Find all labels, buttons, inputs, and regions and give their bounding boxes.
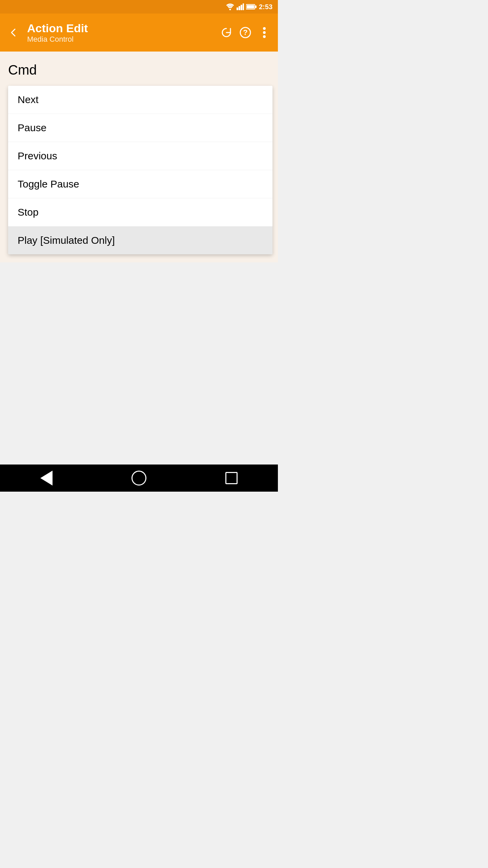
status-bar: 2:53 <box>0 0 278 14</box>
signal-icon <box>237 3 244 10</box>
svg-rect-3 <box>241 5 242 10</box>
dropdown-menu: Next Pause Previous Toggle Pause Stop Pl… <box>8 86 272 254</box>
svg-rect-6 <box>247 5 254 8</box>
dropdown-item-pause[interactable]: Pause <box>8 114 272 142</box>
battery-icon <box>246 4 257 10</box>
app-bar: Action Edit Media Control ? <box>0 14 278 52</box>
svg-point-11 <box>263 31 266 34</box>
svg-rect-2 <box>239 6 240 10</box>
page-title: Action Edit <box>27 21 213 35</box>
status-time: 2:53 <box>259 3 272 11</box>
nav-home-button[interactable] <box>128 467 150 489</box>
nav-recent-button[interactable] <box>221 467 242 489</box>
more-options-button[interactable] <box>256 24 272 41</box>
wifi-icon <box>226 3 235 10</box>
dropdown-item-toggle-pause[interactable]: Toggle Pause <box>8 170 272 198</box>
refresh-button[interactable] <box>218 24 235 41</box>
page-subtitle: Media Control <box>27 35 213 44</box>
svg-text:?: ? <box>243 28 247 37</box>
status-icons: 2:53 <box>226 3 272 11</box>
nav-bar <box>0 465 278 492</box>
svg-rect-7 <box>255 5 257 8</box>
dropdown-item-stop[interactable]: Stop <box>8 198 272 226</box>
dropdown-item-previous[interactable]: Previous <box>8 142 272 170</box>
svg-point-0 <box>229 9 231 11</box>
dropdown-item-next[interactable]: Next <box>8 86 272 114</box>
svg-point-12 <box>263 35 266 38</box>
dropdown-item-play-simulated[interactable]: Play [Simulated Only] <box>8 226 272 254</box>
nav-back-button[interactable] <box>36 467 57 489</box>
cmd-label: Cmd <box>8 57 270 83</box>
main-content: Cmd Next Pause Previous Toggle Pause Sto… <box>0 52 278 262</box>
svg-point-10 <box>263 27 266 30</box>
page-background <box>0 262 278 466</box>
app-bar-actions: ? <box>218 24 272 41</box>
help-button[interactable]: ? <box>237 24 253 41</box>
app-bar-title: Action Edit Media Control <box>27 21 213 44</box>
svg-rect-1 <box>237 7 238 10</box>
svg-rect-4 <box>243 3 244 10</box>
back-button[interactable] <box>5 24 22 41</box>
